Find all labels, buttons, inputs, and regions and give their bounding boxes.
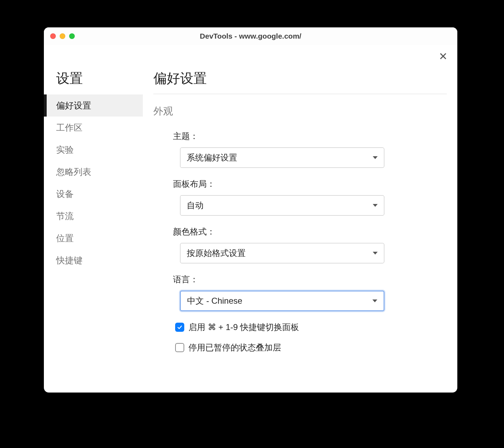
chevron-down-icon: [373, 204, 378, 207]
checkbox-label: 启用 ⌘ + 1-9 快捷键切换面板: [188, 322, 299, 333]
language-label: 语言：: [173, 274, 447, 285]
checkbox-input-checked[interactable]: [175, 323, 184, 332]
sidebar: 设置 偏好设置 工作区 实验 忽略列表 设备 节流 位置 快捷: [44, 70, 143, 393]
language-select[interactable]: 中文 - Chinese: [180, 291, 384, 311]
sidebar-title: 设置: [44, 70, 143, 87]
checkbox-input-unchecked[interactable]: [175, 343, 184, 352]
page-title: 偏好设置: [153, 70, 447, 94]
sidebar-item-label: 偏好设置: [56, 100, 91, 110]
field-panel-layout: 面板布局： 自动: [153, 178, 447, 216]
close-icon[interactable]: ✕: [439, 51, 447, 62]
color-format-label: 颜色格式：: [173, 226, 447, 237]
sidebar-item-label: 工作区: [56, 123, 82, 132]
field-theme: 主题： 系统偏好设置: [153, 131, 447, 168]
checkbox-shortcut-switch[interactable]: 启用 ⌘ + 1-9 快捷键切换面板: [175, 322, 447, 333]
devtools-window: DevTools - www.google.com/ ✕ 设置 偏好设置 工作区…: [44, 27, 457, 393]
window-minimize-button[interactable]: [60, 33, 65, 39]
theme-value: 系统偏好设置: [187, 152, 237, 163]
traffic-lights: [50, 33, 75, 39]
sidebar-item-label: 节流: [56, 211, 74, 221]
sidebar-item-throttling[interactable]: 节流: [44, 205, 143, 227]
sidebar-item-shortcuts[interactable]: 快捷键: [44, 249, 143, 271]
sidebar-item-label: 快捷键: [56, 255, 82, 265]
panel-layout-label: 面板布局：: [173, 178, 447, 190]
chevron-down-icon: [372, 299, 377, 302]
sidebar-item-label: 位置: [56, 233, 74, 243]
panel-layout-select[interactable]: 自动: [180, 195, 384, 216]
checkbox-label: 停用已暂停的状态叠加层: [188, 342, 281, 353]
titlebar: DevTools - www.google.com/: [44, 27, 457, 45]
field-language: 语言： 中文 - Chinese: [153, 274, 447, 311]
panel-layout-value: 自动: [187, 200, 204, 211]
sidebar-item-devices[interactable]: 设备: [44, 183, 143, 205]
check-icon: [177, 324, 183, 330]
chevron-down-icon: [373, 252, 378, 255]
sidebar-item-label: 实验: [56, 145, 74, 154]
color-format-value: 按原始格式设置: [187, 248, 246, 259]
color-format-select[interactable]: 按原始格式设置: [180, 243, 384, 263]
chevron-down-icon: [373, 156, 378, 159]
sidebar-item-experiments[interactable]: 实验: [44, 139, 143, 161]
sidebar-item-label: 忽略列表: [56, 167, 91, 177]
theme-label: 主题：: [173, 131, 447, 142]
sidebar-item-workspace[interactable]: 工作区: [44, 117, 143, 139]
window-maximize-button[interactable]: [69, 33, 75, 39]
language-value: 中文 - Chinese: [187, 295, 242, 307]
main-panel: 偏好设置 外观 主题： 系统偏好设置 面板布局： 自动 颜色格式： 按: [143, 70, 457, 393]
sidebar-item-ignore-list[interactable]: 忽略列表: [44, 161, 143, 183]
sidebar-item-locations[interactable]: 位置: [44, 227, 143, 249]
window-close-button[interactable]: [50, 33, 56, 39]
field-color-format: 颜色格式： 按原始格式设置: [153, 226, 447, 263]
window-title: DevTools - www.google.com/: [44, 32, 457, 40]
content-area: ✕ 设置 偏好设置 工作区 实验 忽略列表 设备 节流 位置: [44, 45, 457, 393]
section-appearance: 外观: [153, 105, 447, 118]
theme-select[interactable]: 系统偏好设置: [180, 147, 384, 168]
checkbox-disable-overlay[interactable]: 停用已暂停的状态叠加层: [175, 342, 447, 353]
sidebar-item-preferences[interactable]: 偏好设置: [44, 94, 143, 117]
sidebar-item-label: 设备: [56, 189, 74, 199]
